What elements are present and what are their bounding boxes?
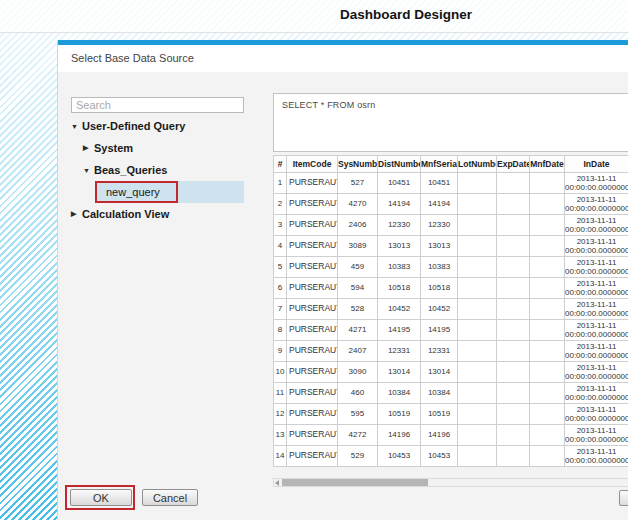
expand-arrow-right-icon[interactable]: ▶	[71, 210, 82, 218]
sql-query-editor[interactable]: SELECT * FROM osrn	[273, 93, 628, 152]
table-cell: 10383	[378, 257, 421, 278]
column-header[interactable]: MnfDate	[530, 156, 565, 173]
table-cell: 10452	[421, 299, 458, 320]
column-header[interactable]: ItemCode	[287, 156, 338, 173]
table-row[interactable]: 12PURSERAUTO59510519105192013-11-11 00:0…	[274, 404, 628, 425]
column-header[interactable]: MnfSerial	[421, 156, 458, 173]
column-header[interactable]: SysNumber	[338, 156, 378, 173]
table-row[interactable]: 7PURSERAUTO52810452104522013-11-11 00:00…	[274, 299, 628, 320]
tree-item-label: Beas_Queries	[94, 164, 167, 176]
table-cell	[530, 173, 565, 194]
table-cell: PURSERAUTO	[287, 236, 338, 257]
table-cell: PURSERAUTO	[287, 383, 338, 404]
table-cell	[458, 446, 497, 467]
table-row[interactable]: 5PURSERAUTO45910383103832013-11-11 00:00…	[274, 257, 628, 278]
table-cell	[458, 425, 497, 446]
table-cell: PURSERAUTO	[287, 257, 338, 278]
expand-arrow-down-icon[interactable]: ▼	[83, 167, 94, 174]
table-cell: PURSERAUTO	[287, 362, 338, 383]
scroll-left-arrow-icon[interactable]	[274, 479, 281, 486]
data-source-panel: ▼User-Defined Query▶System▼Beas_Queriesn…	[71, 95, 244, 225]
column-header[interactable]: InDate	[565, 156, 628, 173]
table-cell: PURSERAUTO	[287, 299, 338, 320]
table-cell	[497, 383, 530, 404]
table-row[interactable]: 1PURSERAUTO52710451104512013-11-11 00:00…	[274, 173, 628, 194]
table-row[interactable]: 13PURSERAUTO427214196141962013-11-11 00:…	[274, 425, 628, 446]
table-cell	[530, 404, 565, 425]
table-cell	[458, 383, 497, 404]
table-cell: 2013-11-11 00:00:00.0000000	[565, 299, 628, 320]
table-cell	[497, 278, 530, 299]
table-cell: 14194	[421, 194, 458, 215]
table-row[interactable]: 8PURSERAUTO427114195141952013-11-11 00:0…	[274, 320, 628, 341]
tree-item-label: Calculation View	[82, 208, 169, 220]
table-cell	[497, 425, 530, 446]
search-input[interactable]	[71, 97, 244, 113]
table-cell	[530, 215, 565, 236]
table-cell: 12330	[378, 215, 421, 236]
table-row[interactable]: 11PURSERAUTO46010384103842013-11-11 00:0…	[274, 383, 628, 404]
table-row[interactable]: 9PURSERAUTO240712331123312013-11-11 00:0…	[274, 341, 628, 362]
table-cell: 12	[274, 404, 287, 425]
horizontal-scrollbar[interactable]	[273, 478, 628, 487]
table-cell: 2013-11-11 00:00:00.0000000	[565, 383, 628, 404]
table-cell	[530, 236, 565, 257]
table-cell	[458, 215, 497, 236]
table-row[interactable]: 4PURSERAUTO308913013130132013-11-11 00:0…	[274, 236, 628, 257]
table-cell: 2013-11-11 00:00:00.0000000	[565, 257, 628, 278]
table-cell: 13	[274, 425, 287, 446]
expand-arrow-down-icon[interactable]: ▼	[71, 123, 82, 130]
dialog-body: ▼User-Defined Query▶System▼Beas_Queriesn…	[58, 72, 628, 520]
cancel-button[interactable]: Cancel	[142, 489, 198, 506]
table-cell: PURSERAUTO	[287, 404, 338, 425]
table-cell	[458, 257, 497, 278]
table-cell: PURSERAUTO	[287, 278, 338, 299]
table-cell	[458, 278, 497, 299]
table-cell: 12330	[421, 215, 458, 236]
tree-item-calculation-view[interactable]: ▶Calculation View	[71, 203, 244, 225]
table-row[interactable]: 10PURSERAUTO309013014130142013-11-11 00:…	[274, 362, 628, 383]
table-cell: 2013-11-11 00:00:00.0000000	[565, 425, 628, 446]
table-cell: 2406	[338, 215, 378, 236]
table-cell: PURSERAUTO	[287, 194, 338, 215]
table-cell: 6	[274, 278, 287, 299]
table-cell: 459	[338, 257, 378, 278]
table-cell: 13013	[378, 236, 421, 257]
table-row[interactable]: 14PURSERAUTO52910453104532013-11-11 00:0…	[274, 446, 628, 467]
table-cell	[530, 341, 565, 362]
table-row[interactable]: 3PURSERAUTO240612330123302013-11-11 00:0…	[274, 215, 628, 236]
column-header[interactable]: DistNumber	[378, 156, 421, 173]
table-cell: 528	[338, 299, 378, 320]
expand-arrow-right-icon[interactable]: ▶	[83, 144, 94, 152]
column-header[interactable]: LotNumber	[458, 156, 497, 173]
table-cell: 2	[274, 194, 287, 215]
table-cell	[497, 404, 530, 425]
table-cell: 13014	[378, 362, 421, 383]
table-row[interactable]: 2PURSERAUTO427014194141942013-11-11 00:0…	[274, 194, 628, 215]
table-cell	[497, 320, 530, 341]
tree-item-new-query[interactable]: new_query	[95, 181, 244, 203]
table-cell: 14194	[378, 194, 421, 215]
table-cell: 11	[274, 383, 287, 404]
column-header[interactable]: ExpDate	[497, 156, 530, 173]
table-cell	[497, 299, 530, 320]
table-cell: 10519	[421, 404, 458, 425]
table-cell: PURSERAUTO	[287, 215, 338, 236]
table-cell: PURSERAUTO	[287, 173, 338, 194]
table-cell: 3090	[338, 362, 378, 383]
table-cell	[458, 194, 497, 215]
table-cell	[458, 320, 497, 341]
table-cell: 2013-11-11 00:00:00.0000000	[565, 404, 628, 425]
table-cell: 8	[274, 320, 287, 341]
partial-button-bottom-right[interactable]	[619, 490, 628, 506]
tree-item-system[interactable]: ▶System	[83, 137, 244, 159]
table-cell: 10384	[421, 383, 458, 404]
table-cell: 14195	[421, 320, 458, 341]
table-row[interactable]: 6PURSERAUTO59410518105182013-11-11 00:00…	[274, 278, 628, 299]
tree-item-user-defined-query[interactable]: ▼User-Defined Query	[71, 115, 244, 137]
table-cell	[530, 278, 565, 299]
ok-button[interactable]: OK	[70, 489, 132, 506]
scrollbar-thumb[interactable]	[282, 479, 428, 486]
column-header[interactable]: #	[274, 156, 287, 173]
tree-item-beas-queries[interactable]: ▼Beas_Queries	[83, 159, 244, 181]
